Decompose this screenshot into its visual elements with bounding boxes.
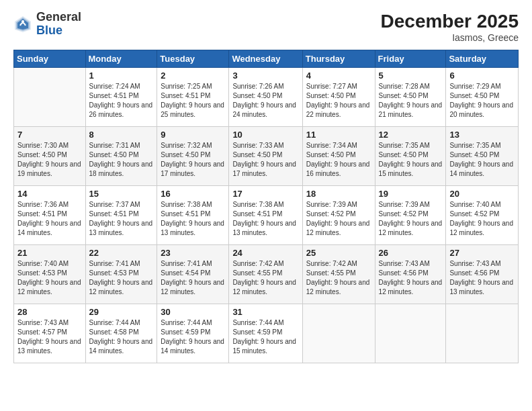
calendar-subtitle: Iasmos, Greece: [381, 32, 519, 43]
calendar-day-cell: 27Sunrise: 7:43 AMSunset: 4:56 PMDayligh…: [446, 245, 519, 304]
calendar-day-cell: 6Sunrise: 7:29 AMSunset: 4:50 PMDaylight…: [446, 68, 519, 127]
day-number: 5: [379, 71, 443, 81]
page: General Blue December 2025 Iasmos, Greec…: [0, 0, 532, 411]
day-number: 25: [306, 248, 371, 258]
day-info: Sunrise: 7:41 AMSunset: 4:54 PMDaylight:…: [161, 259, 225, 297]
day-number: 2: [161, 71, 225, 81]
calendar-body: 1Sunrise: 7:24 AMSunset: 4:51 PMDaylight…: [14, 68, 519, 363]
day-info: Sunrise: 7:34 AMSunset: 4:50 PMDaylight:…: [306, 141, 371, 179]
day-header: Sunday: [14, 50, 86, 68]
calendar-day-cell: 4Sunrise: 7:27 AMSunset: 4:50 PMDaylight…: [302, 68, 375, 127]
day-info: Sunrise: 7:24 AMSunset: 4:51 PMDaylight:…: [89, 82, 154, 120]
day-info: Sunrise: 7:44 AMSunset: 4:59 PMDaylight:…: [232, 318, 298, 356]
header: General Blue December 2025 Iasmos, Greec…: [13, 11, 519, 43]
day-header: Thursday: [302, 50, 375, 68]
calendar-day-cell: 13Sunrise: 7:35 AMSunset: 4:50 PMDayligh…: [446, 127, 519, 186]
calendar-day-cell: 11Sunrise: 7:34 AMSunset: 4:50 PMDayligh…: [302, 127, 375, 186]
day-number: 31: [232, 307, 298, 317]
day-info: Sunrise: 7:40 AMSunset: 4:52 PMDaylight:…: [449, 200, 515, 238]
calendar-day-cell: 25Sunrise: 7:42 AMSunset: 4:55 PMDayligh…: [302, 245, 375, 304]
calendar-day-cell: 26Sunrise: 7:43 AMSunset: 4:56 PMDayligh…: [375, 245, 446, 304]
calendar-day-cell: 7Sunrise: 7:30 AMSunset: 4:50 PMDaylight…: [14, 127, 86, 186]
day-number: 24: [232, 248, 298, 258]
logo-icon: [13, 15, 32, 34]
day-number: 17: [232, 189, 298, 199]
calendar-day-cell: 20Sunrise: 7:40 AMSunset: 4:52 PMDayligh…: [446, 186, 519, 245]
calendar-header-row: SundayMondayTuesdayWednesdayThursdayFrid…: [14, 50, 519, 68]
day-info: Sunrise: 7:43 AMSunset: 4:56 PMDaylight:…: [449, 259, 515, 297]
calendar-day-cell: [14, 68, 86, 127]
day-info: Sunrise: 7:28 AMSunset: 4:50 PMDaylight:…: [379, 82, 443, 120]
calendar-day-cell: 9Sunrise: 7:32 AMSunset: 4:50 PMDaylight…: [157, 127, 229, 186]
calendar-day-cell: 28Sunrise: 7:43 AMSunset: 4:57 PMDayligh…: [14, 304, 86, 363]
day-number: 3: [232, 71, 298, 81]
calendar-day-cell: 30Sunrise: 7:44 AMSunset: 4:59 PMDayligh…: [157, 304, 229, 363]
calendar-day-cell: 10Sunrise: 7:33 AMSunset: 4:50 PMDayligh…: [229, 127, 302, 186]
day-number: 9: [161, 130, 225, 140]
calendar-day-cell: 14Sunrise: 7:36 AMSunset: 4:51 PMDayligh…: [14, 186, 86, 245]
day-info: Sunrise: 7:27 AMSunset: 4:50 PMDaylight:…: [306, 82, 371, 120]
day-number: 21: [17, 248, 82, 258]
day-info: Sunrise: 7:42 AMSunset: 4:55 PMDaylight:…: [232, 259, 298, 297]
calendar-day-cell: 22Sunrise: 7:41 AMSunset: 4:53 PMDayligh…: [85, 245, 157, 304]
calendar-week-row: 7Sunrise: 7:30 AMSunset: 4:50 PMDaylight…: [14, 127, 519, 186]
day-info: Sunrise: 7:35 AMSunset: 4:50 PMDaylight:…: [449, 141, 515, 179]
calendar-day-cell: 1Sunrise: 7:24 AMSunset: 4:51 PMDaylight…: [85, 68, 157, 127]
calendar-week-row: 28Sunrise: 7:43 AMSunset: 4:57 PMDayligh…: [14, 304, 519, 363]
day-number: 10: [232, 130, 298, 140]
day-info: Sunrise: 7:43 AMSunset: 4:57 PMDaylight:…: [17, 318, 82, 356]
svg-point-3: [21, 20, 24, 23]
day-info: Sunrise: 7:41 AMSunset: 4:53 PMDaylight:…: [89, 259, 154, 297]
day-number: 13: [449, 130, 515, 140]
day-info: Sunrise: 7:30 AMSunset: 4:50 PMDaylight:…: [17, 141, 82, 179]
day-info: Sunrise: 7:38 AMSunset: 4:51 PMDaylight:…: [232, 200, 298, 238]
day-number: 23: [161, 248, 225, 258]
day-info: Sunrise: 7:32 AMSunset: 4:50 PMDaylight:…: [161, 141, 225, 179]
calendar-day-cell: 15Sunrise: 7:37 AMSunset: 4:51 PMDayligh…: [85, 186, 157, 245]
day-info: Sunrise: 7:37 AMSunset: 4:51 PMDaylight:…: [89, 200, 154, 238]
calendar-day-cell: 2Sunrise: 7:25 AMSunset: 4:51 PMDaylight…: [157, 68, 229, 127]
logo-text: General Blue: [36, 11, 81, 38]
day-header: Saturday: [446, 50, 519, 68]
day-number: 14: [17, 189, 82, 199]
calendar-day-cell: [302, 304, 375, 363]
day-info: Sunrise: 7:38 AMSunset: 4:51 PMDaylight:…: [161, 200, 225, 238]
calendar-table: SundayMondayTuesdayWednesdayThursdayFrid…: [13, 50, 519, 363]
calendar-day-cell: [446, 304, 519, 363]
day-number: 27: [449, 248, 515, 258]
day-header: Wednesday: [229, 50, 302, 68]
day-info: Sunrise: 7:36 AMSunset: 4:51 PMDaylight:…: [17, 200, 82, 238]
day-number: 18: [306, 189, 371, 199]
calendar-day-cell: 16Sunrise: 7:38 AMSunset: 4:51 PMDayligh…: [157, 186, 229, 245]
day-number: 7: [17, 130, 82, 140]
day-info: Sunrise: 7:43 AMSunset: 4:56 PMDaylight:…: [379, 259, 443, 297]
calendar-day-cell: 18Sunrise: 7:39 AMSunset: 4:52 PMDayligh…: [302, 186, 375, 245]
calendar-day-cell: 8Sunrise: 7:31 AMSunset: 4:50 PMDaylight…: [85, 127, 157, 186]
day-number: 20: [449, 189, 515, 199]
day-info: Sunrise: 7:42 AMSunset: 4:55 PMDaylight:…: [306, 259, 371, 297]
day-number: 30: [161, 307, 225, 317]
day-info: Sunrise: 7:44 AMSunset: 4:58 PMDaylight:…: [89, 318, 154, 356]
day-header: Friday: [375, 50, 446, 68]
calendar-day-cell: 31Sunrise: 7:44 AMSunset: 4:59 PMDayligh…: [229, 304, 302, 363]
day-number: 8: [89, 130, 154, 140]
calendar-day-cell: 21Sunrise: 7:40 AMSunset: 4:53 PMDayligh…: [14, 245, 86, 304]
calendar-day-cell: 29Sunrise: 7:44 AMSunset: 4:58 PMDayligh…: [85, 304, 157, 363]
calendar-day-cell: 3Sunrise: 7:26 AMSunset: 4:50 PMDaylight…: [229, 68, 302, 127]
day-number: 28: [17, 307, 82, 317]
day-number: 16: [161, 189, 225, 199]
day-info: Sunrise: 7:40 AMSunset: 4:53 PMDaylight:…: [17, 259, 82, 297]
day-number: 29: [89, 307, 154, 317]
calendar-day-cell: 5Sunrise: 7:28 AMSunset: 4:50 PMDaylight…: [375, 68, 446, 127]
day-number: 19: [379, 189, 443, 199]
calendar-day-cell: 17Sunrise: 7:38 AMSunset: 4:51 PMDayligh…: [229, 186, 302, 245]
calendar-title: December 2025: [381, 11, 519, 32]
day-info: Sunrise: 7:31 AMSunset: 4:50 PMDaylight:…: [89, 141, 154, 179]
title-block: December 2025 Iasmos, Greece: [381, 11, 519, 43]
day-number: 11: [306, 130, 371, 140]
day-info: Sunrise: 7:33 AMSunset: 4:50 PMDaylight:…: [232, 141, 298, 179]
day-info: Sunrise: 7:35 AMSunset: 4:50 PMDaylight:…: [379, 141, 443, 179]
day-info: Sunrise: 7:44 AMSunset: 4:59 PMDaylight:…: [161, 318, 225, 356]
calendar-week-row: 21Sunrise: 7:40 AMSunset: 4:53 PMDayligh…: [14, 245, 519, 304]
day-info: Sunrise: 7:25 AMSunset: 4:51 PMDaylight:…: [161, 82, 225, 120]
